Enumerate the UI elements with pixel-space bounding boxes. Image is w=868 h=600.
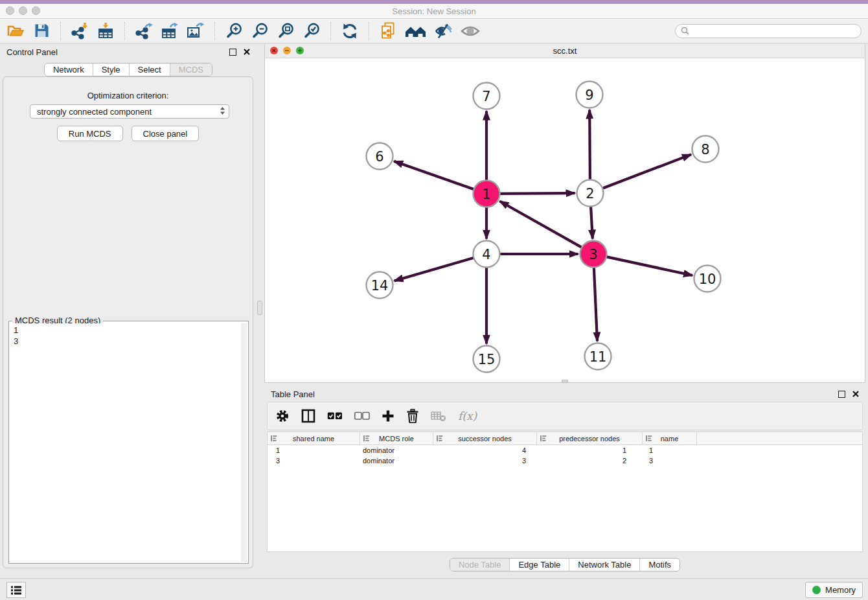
criterion-dropdown[interactable]: strongly connected component	[30, 104, 229, 119]
zoom-selected-icon[interactable]	[303, 22, 321, 40]
import-network-icon[interactable]	[71, 23, 88, 40]
zoom-out-icon[interactable]	[251, 22, 269, 40]
zoom-view-icon[interactable]	[296, 47, 304, 54]
svg-text:3: 3	[589, 247, 597, 262]
node-8[interactable]: 8	[692, 136, 719, 163]
node-2[interactable]: 2	[577, 180, 604, 207]
close-panel-icon[interactable]	[244, 49, 250, 55]
node-4[interactable]: 4	[474, 241, 500, 268]
minimize-view-icon[interactable]	[283, 47, 291, 54]
edge-3-1[interactable]	[500, 202, 582, 248]
toolbar-separator	[214, 22, 215, 40]
node-10[interactable]: 10	[694, 266, 721, 292]
search-box[interactable]	[675, 24, 862, 38]
table-cell[interactable]: 4	[433, 446, 537, 454]
deselect-all-icon[interactable]	[354, 411, 370, 421]
zoom-window-icon[interactable]	[32, 6, 40, 15]
select-all-icon[interactable]	[327, 411, 343, 421]
column-header-successor-nodes[interactable]: successor nodes	[433, 432, 537, 444]
column-header-mcds-role[interactable]: MCDS role	[360, 432, 433, 444]
table-cell[interactable]: dominator	[360, 457, 433, 465]
table-tab-edge-table[interactable]: Edge Table	[510, 559, 569, 571]
split-panel-icon[interactable]	[301, 409, 315, 423]
run-mcds-button[interactable]: Run MCDS	[57, 126, 123, 141]
tab-style[interactable]: Style	[93, 63, 130, 76]
table-cell[interactable]: 3	[643, 457, 697, 465]
right-column: scc.txt 7968124314101511 Table Panel	[264, 43, 865, 578]
import-table-icon[interactable]	[97, 23, 114, 40]
save-session-icon[interactable]	[34, 23, 49, 38]
edge-3-11[interactable]	[594, 268, 597, 341]
node-14[interactable]: 14	[367, 272, 393, 299]
task-history-button[interactable]	[6, 582, 26, 598]
table-toolbar: f(x)	[267, 402, 863, 430]
resize-grip[interactable]	[562, 380, 568, 383]
memory-button[interactable]: Memory	[805, 582, 863, 598]
column-header-predecessor-nodes[interactable]: predecessor nodes	[537, 432, 643, 444]
edge-1-2[interactable]	[500, 193, 575, 194]
edge-1-6[interactable]	[394, 161, 474, 189]
column-header-shared-name[interactable]: shared name	[268, 432, 360, 444]
edge-2-8[interactable]	[603, 154, 691, 188]
hide-graphics-details-icon[interactable]	[435, 23, 453, 39]
table-row[interactable]: 1dominator411	[268, 445, 862, 456]
float-panel-icon[interactable]	[838, 391, 845, 398]
edge-3-10[interactable]	[607, 257, 693, 275]
zoom-in-icon[interactable]	[225, 22, 243, 40]
table-cell[interactable]: 1	[268, 446, 360, 454]
table-tab-network-table[interactable]: Network Table	[569, 559, 640, 571]
delete-column-icon[interactable]	[406, 409, 419, 423]
node-3[interactable]: 3	[580, 241, 607, 268]
control-panel-tabs: NetworkStyleSelectMCDS	[44, 63, 212, 76]
export-table-icon[interactable]	[161, 23, 179, 40]
node-11[interactable]: 11	[585, 343, 611, 370]
table-cell[interactable]: dominator	[360, 446, 433, 454]
show-graphics-details-icon[interactable]	[461, 24, 480, 38]
close-view-icon[interactable]	[270, 47, 278, 54]
search-input[interactable]	[692, 26, 856, 36]
svg-text:11: 11	[589, 349, 607, 365]
table-cell[interactable]: 3	[268, 457, 360, 465]
result-scrollbar[interactable]	[241, 323, 247, 562]
network-canvas[interactable]: 7968124314101511	[265, 58, 865, 383]
edge-2-3[interactable]	[591, 207, 593, 239]
node-1[interactable]: 1	[474, 181, 500, 207]
column-header-name[interactable]: name	[643, 432, 697, 444]
minimize-window-icon[interactable]	[19, 6, 27, 15]
tab-select[interactable]: Select	[130, 63, 170, 76]
add-column-icon[interactable]	[382, 410, 394, 422]
svg-text:7: 7	[482, 89, 490, 104]
refresh-icon[interactable]	[341, 23, 358, 40]
table-cell[interactable]: 1	[643, 446, 697, 454]
node-6[interactable]: 6	[367, 143, 393, 170]
edge-2-9[interactable]	[589, 110, 590, 180]
open-file-icon[interactable]	[7, 23, 25, 39]
tab-network[interactable]: Network	[45, 63, 93, 76]
panel-splitter-handle[interactable]	[257, 301, 262, 315]
duplicate-network-icon[interactable]	[380, 22, 396, 40]
gear-icon[interactable]	[275, 409, 290, 423]
float-panel-icon[interactable]	[229, 49, 236, 56]
mcds-result-text[interactable]: 1 3	[10, 323, 240, 562]
table-cell[interactable]: 2	[537, 457, 643, 465]
stepper-arrows-icon	[220, 106, 225, 115]
delete-table-icon[interactable]	[431, 410, 446, 422]
home-icon[interactable]	[405, 23, 427, 39]
node-9[interactable]: 9	[577, 82, 603, 108]
close-panel-icon[interactable]	[852, 391, 859, 397]
table-tab-node-table[interactable]: Node Table	[450, 559, 510, 571]
table-cell[interactable]: 1	[537, 446, 643, 454]
zoom-fit-icon[interactable]	[277, 22, 295, 40]
close-window-icon[interactable]	[6, 6, 14, 15]
edge-4-14[interactable]	[394, 258, 474, 281]
table-row[interactable]: 3dominator323	[268, 456, 862, 466]
table-cell[interactable]: 3	[433, 457, 537, 465]
tab-mcds[interactable]: MCDS	[170, 63, 212, 76]
table-tab-motifs[interactable]: Motifs	[640, 559, 680, 571]
node-15[interactable]: 15	[474, 346, 500, 373]
node-7[interactable]: 7	[474, 83, 500, 110]
export-network-icon[interactable]	[135, 23, 153, 40]
export-image-icon[interactable]	[187, 23, 205, 40]
function-builder-icon[interactable]: f(x)	[458, 410, 477, 422]
close-panel-button[interactable]: Close panel	[131, 126, 200, 141]
